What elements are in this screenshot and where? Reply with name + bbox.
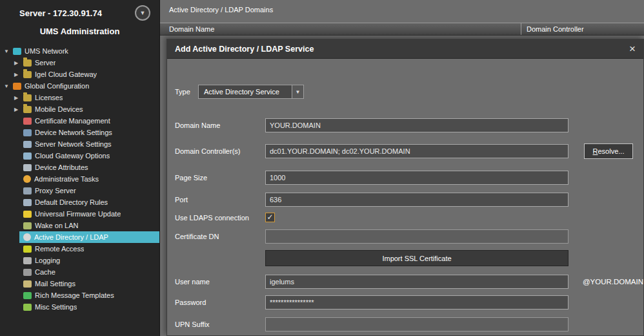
column-header-domain-controller[interactable]: Domain Controller (521, 23, 644, 35)
tree-item-label: Cloud Gateway Options (35, 152, 110, 160)
user-name-row: User name @YOUR.DOMAIN (175, 275, 643, 289)
tree-item-server-network-settings[interactable]: Server Network Settings (0, 138, 159, 150)
use-ldaps-checkbox[interactable]: ✓ (265, 213, 275, 222)
administrative-tasks-icon (23, 175, 31, 183)
collapse-icon[interactable]: ▼ (4, 48, 13, 54)
collapse-icon[interactable]: ▼ (4, 83, 13, 89)
tree-item-proxy-server[interactable]: Proxy Server (0, 185, 159, 196)
domain-suffix-label: @YOUR.DOMAIN (583, 278, 643, 286)
type-row: Type Active Directory Service ▼ (175, 85, 643, 99)
password-row: Password (175, 295, 643, 310)
user-name-input[interactable] (265, 275, 569, 289)
tree-item-igel-cloud-gateway[interactable]: ▶Igel Cloud Gateway (0, 68, 159, 80)
tree-item-mobile-devices[interactable]: ▶Mobile Devices (0, 103, 159, 115)
content-header: Active Directory / LDAP Domains (160, 0, 644, 23)
certificate-dn-input[interactable] (265, 229, 569, 244)
certificate-management-icon (23, 118, 32, 125)
tree-item-global-configuration[interactable]: ▼Global Configuration (0, 80, 159, 92)
server-row: Server - 172.30.91.74 ▼ (5, 5, 154, 21)
table-header: Domain Name Domain Controller (160, 23, 644, 36)
tree-item-wake-on-lan[interactable]: Wake on LAN (0, 220, 159, 231)
add-ldap-service-dialog: Add Active Directory / LDAP Service × Ty… (166, 39, 644, 336)
checkmark-icon: ✓ (267, 213, 273, 221)
tree-item-device-attributes[interactable]: Device Attributes (0, 162, 159, 173)
tree-item-active-directory-ldap[interactable]: Active Directory / LDAP (0, 231, 159, 243)
logging-icon (23, 257, 32, 264)
device-network-settings-icon (23, 129, 32, 136)
column-header-domain-name[interactable]: Domain Name (160, 23, 521, 35)
port-input[interactable] (265, 193, 569, 207)
tree-item-label: Universal Firmware Update (35, 210, 121, 218)
tree-item-rich-message-templates[interactable]: Rich Message Templates (0, 289, 159, 301)
tree-item-misc-settings[interactable]: Misc Settings (0, 301, 159, 313)
tree-item-logging[interactable]: Logging (0, 255, 159, 266)
domain-controllers-input[interactable] (265, 144, 569, 158)
wake-on-lan-icon (23, 222, 32, 229)
active-directory-ldap-icon (23, 233, 31, 241)
close-icon[interactable]: × (629, 43, 636, 54)
combo-chevron-down-icon: ▼ (292, 85, 303, 98)
dialog-title: Add Active Directory / LDAP Service (175, 45, 629, 54)
tree-item-label: Proxy Server (35, 187, 76, 194)
tree-item-label: Licenses (35, 94, 63, 101)
tree-item-administrative-tasks[interactable]: Administrative Tasks (0, 173, 159, 185)
password-input[interactable] (265, 295, 569, 310)
tree-item-certificate-management[interactable]: Certificate Management (0, 115, 159, 127)
tree-item-label: Active Directory / LDAP (34, 233, 108, 241)
tree-item-label: Igel Cloud Gateway (35, 70, 97, 78)
tree-item-server[interactable]: ▶Server (0, 57, 159, 68)
tree-item-label: Misc Settings (35, 303, 77, 311)
igel-cloud-gateway-icon (23, 71, 32, 78)
cache-icon (23, 269, 32, 276)
tree-item-label: Rich Message Templates (35, 291, 114, 299)
mobile-devices-icon (23, 106, 32, 113)
import-ssl-row: Import SSL Certificate (175, 250, 643, 266)
tree-item-label: Cache (35, 268, 55, 276)
domain-controllers-label: Domain Controller(s) (175, 147, 265, 155)
device-attributes-icon (23, 164, 32, 171)
expand-icon[interactable]: ▶ (14, 107, 23, 112)
type-select-value: Active Directory Service (199, 85, 292, 98)
cloud-gateway-options-icon (23, 152, 32, 160)
type-select[interactable]: Active Directory Service ▼ (198, 85, 304, 99)
tree-item-universal-firmware-update[interactable]: Universal Firmware Update (0, 208, 159, 220)
tree-item-label: Certificate Management (35, 117, 110, 125)
domain-controllers-row: Domain Controller(s) Resolve... (175, 143, 643, 159)
tree-item-licenses[interactable]: ▶Licenses (0, 92, 159, 103)
tree-item-label: Default Directory Rules (35, 198, 108, 206)
domain-name-input[interactable] (265, 118, 569, 132)
upn-suffix-row: UPN Suffix (175, 317, 643, 331)
resolve-button[interactable]: Resolve... (584, 143, 633, 159)
remote-access-icon (23, 246, 32, 253)
tree-item-default-directory-rules[interactable]: Default Directory Rules (0, 196, 159, 208)
port-row: Port (175, 193, 643, 207)
tree-item-device-network-settings[interactable]: Device Network Settings (0, 127, 159, 138)
import-ssl-certificate-button[interactable]: Import SSL Certificate (265, 250, 569, 266)
sidebar: Server - 172.30.91.74 ▼ UMS Administrati… (0, 0, 160, 336)
page-size-row: Page Size (175, 171, 643, 185)
sidebar-tree: ▼UMS Network▶Server▶Igel Cloud Gateway▼G… (0, 45, 159, 313)
sidebar-header: Server - 172.30.91.74 ▼ UMS Administrati… (0, 0, 159, 39)
expand-icon[interactable]: ▶ (14, 95, 23, 101)
tree-item-label: UMS Network (25, 47, 68, 55)
port-label: Port (175, 196, 265, 204)
default-directory-rules-icon (23, 199, 32, 206)
misc-settings-icon (23, 304, 32, 311)
tree-item-mail-settings[interactable]: Mail Settings (0, 278, 159, 289)
rich-message-templates-icon (23, 292, 32, 299)
tree-item-cloud-gateway-options[interactable]: Cloud Gateway Options (0, 150, 159, 162)
page-size-input[interactable] (265, 171, 569, 185)
certificate-dn-label: Certificate DN (175, 233, 265, 240)
tree-item-remote-access[interactable]: Remote Access (0, 243, 159, 255)
expand-icon[interactable]: ▶ (14, 60, 23, 66)
tree-item-label: Server Network Settings (35, 140, 112, 148)
server-dropdown-button[interactable]: ▼ (135, 5, 150, 21)
tree-item-label: Device Network Settings (35, 129, 112, 136)
expand-icon[interactable]: ▶ (14, 72, 23, 78)
tree-item-ums-network[interactable]: ▼UMS Network (0, 45, 159, 57)
domain-name-label: Domain Name (175, 121, 265, 129)
mail-settings-icon (23, 280, 32, 288)
tree-item-cache[interactable]: Cache (0, 266, 159, 278)
upn-suffix-input[interactable] (265, 317, 569, 331)
password-label: Password (175, 299, 265, 306)
